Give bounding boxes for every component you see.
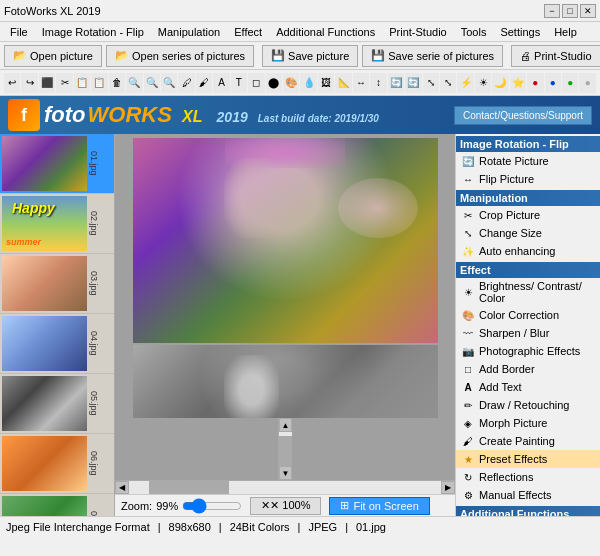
sharpen-item[interactable]: 〰 Sharpen / Blur xyxy=(456,324,600,342)
flip-h-icon-btn[interactable]: ↔ xyxy=(353,73,369,93)
change-size-item[interactable]: ⤡ Change Size xyxy=(456,224,600,242)
create-painting-item[interactable]: 🖌 Create Painting xyxy=(456,432,600,450)
scroll-thumb[interactable] xyxy=(279,436,292,466)
thumbnail-image-6 xyxy=(2,436,87,491)
open-series-button[interactable]: 📂 Open series of pictures xyxy=(106,45,254,67)
zoom-slider[interactable] xyxy=(182,501,242,511)
change-size-label: Change Size xyxy=(479,227,542,239)
menu-settings[interactable]: Settings xyxy=(494,24,546,40)
copy-icon-btn[interactable]: 📋 xyxy=(74,73,90,93)
thumbnail-item-4[interactable]: 04.jpg xyxy=(0,314,114,374)
add-border-item[interactable]: □ Add Border xyxy=(456,360,600,378)
red-icon-btn[interactable]: ● xyxy=(527,73,543,93)
auto-enhance-icon: ✨ xyxy=(460,244,476,258)
scroll-left-btn[interactable]: ◀ xyxy=(115,481,129,494)
section-effect-title: Effect xyxy=(456,262,600,278)
cut-icon-btn[interactable]: ✂ xyxy=(56,73,72,93)
resize-icon-btn[interactable]: ⤡ xyxy=(423,73,439,93)
menu-rotation[interactable]: Image Rotation - Flip xyxy=(36,24,150,40)
section-additional-title: Additional Functions xyxy=(456,506,600,516)
flip-picture-item[interactable]: ↔ Flip Picture xyxy=(456,170,600,188)
thumbnail-item-5[interactable]: 05.jpg xyxy=(0,374,114,434)
maximize-button[interactable]: □ xyxy=(562,4,578,18)
paste-icon-btn[interactable]: 📋 xyxy=(91,73,107,93)
rotate-l-icon-btn[interactable]: 🔄 xyxy=(388,73,404,93)
menu-file[interactable]: File xyxy=(4,24,34,40)
morph-item[interactable]: ◈ Morph Picture xyxy=(456,414,600,432)
crop-icon-btn[interactable]: 📐 xyxy=(335,73,351,93)
save-series-button[interactable]: 💾 Save serie of pictures xyxy=(362,45,503,67)
draw-retouching-item[interactable]: ✏ Draw / Retouching xyxy=(456,396,600,414)
save-picture-button[interactable]: 💾 Save picture xyxy=(262,45,358,67)
pen-icon-btn[interactable]: 🖊 xyxy=(178,73,194,93)
color-correction-item[interactable]: 🎨 Color Correction xyxy=(456,306,600,324)
crop-rp-icon: ✂ xyxy=(460,208,476,222)
contrast-icon-btn[interactable]: 🌙 xyxy=(492,73,508,93)
green-icon-btn[interactable]: ● xyxy=(562,73,578,93)
undo-icon-btn[interactable]: ↩ xyxy=(4,73,20,93)
star2-icon-btn[interactable]: ⭐ xyxy=(510,73,526,93)
menu-print[interactable]: Print-Studio xyxy=(383,24,452,40)
separator-1: | xyxy=(158,521,161,533)
brush-icon-btn[interactable]: 🖌 xyxy=(196,73,212,93)
menu-tools[interactable]: Tools xyxy=(455,24,493,40)
color-picker-icon-btn[interactable]: 🎨 xyxy=(283,73,299,93)
main-content: 01.jpg Happy summer 02.jpg 03.jpg 04.jpg… xyxy=(0,134,600,516)
minimize-button[interactable]: − xyxy=(544,4,560,18)
thumbnail-label-4: 04.jpg xyxy=(89,331,99,356)
hscroll-thumb[interactable] xyxy=(149,481,229,494)
zoom-in-icon-btn[interactable]: 🔍 xyxy=(126,73,142,93)
rotate-r-icon-btn[interactable]: 🔄 xyxy=(405,73,421,93)
circle-icon-btn[interactable]: ⬤ xyxy=(266,73,282,93)
scroll-right-btn[interactable]: ▶ xyxy=(441,481,455,494)
text-icon-btn[interactable]: A xyxy=(213,73,229,93)
zoom-100-button[interactable]: ✕ ✕ 100% xyxy=(250,497,321,515)
brightness-icon-btn[interactable]: ☀ xyxy=(475,73,491,93)
redo-icon-btn[interactable]: ↪ xyxy=(21,73,37,93)
rotate-picture-item[interactable]: 🔄 Rotate Picture xyxy=(456,152,600,170)
canvas-area[interactable]: ▲ ▼ xyxy=(115,134,455,480)
image-icon-btn[interactable]: 🖼 xyxy=(318,73,334,93)
menu-additional[interactable]: Additional Functions xyxy=(270,24,381,40)
add-text-item[interactable]: A Add Text xyxy=(456,378,600,396)
open-picture-button[interactable]: 📂 Open picture xyxy=(4,45,102,67)
print-studio-button[interactable]: 🖨 Print-Studio xyxy=(511,45,600,67)
menu-effect[interactable]: Effect xyxy=(228,24,268,40)
contact-button[interactable]: Contact/Questions/Support xyxy=(454,106,592,125)
zoom-out-icon-btn[interactable]: 🔍 xyxy=(144,73,160,93)
resize2-icon-btn[interactable]: ⤡ xyxy=(440,73,456,93)
thumbnail-item-1[interactable]: 01.jpg xyxy=(0,134,114,194)
vertical-scrollbar[interactable]: ▲ ▼ xyxy=(278,418,292,480)
crop-item[interactable]: ✂ Crop Picture xyxy=(456,206,600,224)
brightness-item[interactable]: ☀ Brightness/ Contrast/ Color xyxy=(456,278,600,306)
manual-effects-item[interactable]: ⚙ Manual Effects xyxy=(456,486,600,504)
zoom-fit-icon-btn[interactable]: 🔍 xyxy=(161,73,177,93)
auto-enhance-item[interactable]: ✨ Auto enhancing xyxy=(456,242,600,260)
scroll-down-btn[interactable]: ▼ xyxy=(279,466,292,480)
window-controls: − □ ✕ xyxy=(544,4,596,18)
scroll-up-btn[interactable]: ▲ xyxy=(279,418,292,432)
preset-effects-item[interactable]: ★ Preset Effects xyxy=(456,450,600,468)
blue-icon-btn[interactable]: ● xyxy=(545,73,561,93)
menu-manipulation[interactable]: Manipulation xyxy=(152,24,226,40)
eyedropper-icon-btn[interactable]: 💧 xyxy=(300,73,316,93)
white-icon-btn[interactable]: ● xyxy=(579,73,595,93)
fill-icon-btn[interactable]: ⬛ xyxy=(39,73,55,93)
menu-help[interactable]: Help xyxy=(548,24,583,40)
thumbnail-item-7[interactable]: 07.jpg xyxy=(0,494,114,516)
flash-icon-btn[interactable]: ⚡ xyxy=(457,73,473,93)
thumbnail-item-6[interactable]: 06.jpg xyxy=(0,434,114,494)
reflections-item[interactable]: ↻ Reflections xyxy=(456,468,600,486)
fit-screen-button[interactable]: ⊞ Fit on Screen xyxy=(329,497,429,515)
text2-icon-btn[interactable]: T xyxy=(231,73,247,93)
close-button[interactable]: ✕ xyxy=(580,4,596,18)
delete-icon-btn[interactable]: 🗑 xyxy=(109,73,125,93)
photographic-effects-item[interactable]: 📷 Photographic Effects xyxy=(456,342,600,360)
right-panel: Image Rotation - Flip 🔄 Rotate Picture ↔… xyxy=(455,134,600,516)
flip-v-icon-btn[interactable]: ↕ xyxy=(370,73,386,93)
horizontal-scrollbar[interactable]: ◀ ▶ xyxy=(115,480,455,494)
thumbnail-item-3[interactable]: 03.jpg xyxy=(0,254,114,314)
thumbnail-item-2[interactable]: Happy summer 02.jpg xyxy=(0,194,114,254)
rect-icon-btn[interactable]: ◻ xyxy=(248,73,264,93)
image-stack xyxy=(133,138,438,418)
